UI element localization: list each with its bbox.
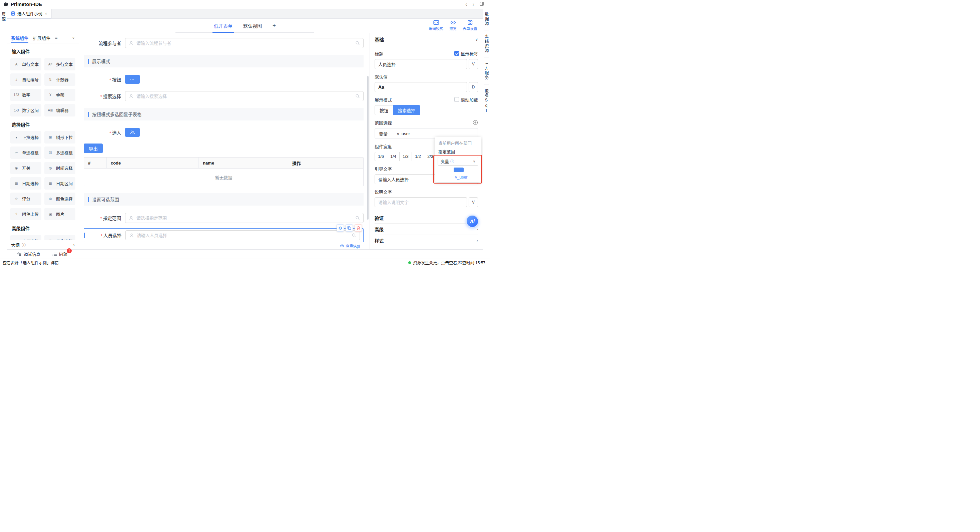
palette-collapse-icon[interactable]: ∨ — [72, 36, 75, 40]
search-icon[interactable] — [355, 94, 360, 99]
chevron-right-icon[interactable]: › — [477, 238, 478, 243]
checkbox-checked-icon[interactable] — [454, 51, 459, 56]
title-input[interactable] — [375, 59, 467, 69]
preview-button[interactable]: 预览 — [449, 20, 457, 31]
mode-search-select-option[interactable]: 搜索选择 — [393, 105, 420, 115]
field-settings-button[interactable]: ⚙ — [337, 224, 344, 232]
tab-extended-components[interactable]: 扩展组件 — [33, 33, 50, 43]
dropdown-option-current-dept[interactable]: 当前用户所在部门 — [435, 139, 481, 147]
default-value-input[interactable] — [375, 82, 467, 92]
participant-input[interactable] — [137, 41, 353, 46]
width-option[interactable]: 1/6 — [375, 152, 387, 161]
open-picker-button[interactable]: ⋯ — [125, 75, 140, 84]
palette-item[interactable]: ⊞树形下拉 — [45, 131, 75, 143]
dock-datasource[interactable]: 数据源 — [484, 11, 489, 27]
dropdown-option-assign-range[interactable]: 指定范围 — [435, 147, 481, 156]
palette-item[interactable]: ⇧附件上传 — [10, 208, 41, 220]
field-person-select-selected[interactable]: ⚙ *人员选择 查看Api — [84, 228, 364, 242]
dock-resources[interactable]: 资源 — [1, 12, 6, 22]
chevron-down-icon[interactable]: ∨ — [475, 37, 478, 42]
palette-item[interactable]: ☆评分 — [10, 193, 41, 205]
palette-item[interactable]: ¥金额 — [45, 89, 75, 101]
view-tab-lowcode-form[interactable]: 低开表单 — [214, 19, 232, 33]
add-range-icon[interactable] — [473, 120, 478, 125]
export-button[interactable]: 导出 — [84, 143, 103, 153]
field-delete-button[interactable] — [355, 224, 362, 232]
field-search-select[interactable]: *搜索选择 — [84, 91, 364, 101]
palette-item[interactable]: ▦日期区间 — [45, 177, 75, 190]
palette-item[interactable]: #自动编号 — [10, 73, 41, 86]
canvas-scrollbar[interactable] — [367, 76, 369, 220]
field-copy-button[interactable] — [345, 224, 353, 232]
search-select-input[interactable] — [137, 94, 353, 99]
outline-bar[interactable]: 大纲 ⓘ › — [7, 240, 79, 249]
width-option[interactable]: 1/3 — [399, 152, 412, 161]
palette-item[interactable]: 123数字 — [10, 89, 41, 101]
field-participant[interactable]: 流程参与者 — [84, 38, 364, 48]
dock-offline-resources[interactable]: 离线资源 — [484, 34, 489, 54]
document-tab-active[interactable]: 选人组件示例 × — [7, 9, 52, 18]
debug-info-button[interactable]: 调试信息 — [17, 251, 40, 257]
nav-back-icon[interactable]: ‹ — [465, 2, 467, 7]
pick-person-button[interactable] — [125, 128, 140, 137]
group-header-display-mode[interactable]: 展示模式 — [84, 55, 364, 67]
dock-third-party-services[interactable]: 三方服务 — [484, 61, 489, 81]
search-icon[interactable] — [355, 41, 360, 45]
checkbox-unchecked-icon[interactable] — [454, 97, 459, 102]
palette-item[interactable]: 品机构选择 — [45, 235, 75, 240]
note-value-type-button[interactable]: V — [469, 197, 478, 207]
ai-assistant-button[interactable]: Ai — [466, 215, 479, 228]
default-value-type-button[interactable]: D — [469, 82, 478, 92]
palette-item[interactable]: ☑多选框组 — [45, 147, 75, 159]
chevron-right-icon[interactable]: › — [477, 227, 478, 232]
palette-item[interactable]: ◉开关 — [10, 162, 41, 174]
palette-menu-icon[interactable]: ≡ — [55, 35, 58, 40]
statusbar-left-text[interactable]: 查看资源「选人组件示例」详情 — [3, 260, 59, 265]
width-option[interactable]: 1/2 — [412, 152, 424, 161]
tab-system-components[interactable]: 系统组件 — [11, 33, 29, 43]
panel-toggle-icon[interactable] — [480, 2, 484, 7]
palette-item[interactable]: ▣图片 — [45, 208, 75, 220]
palette-item[interactable]: A≣编辑器 — [45, 104, 75, 116]
section-advanced[interactable]: 高级 › — [375, 223, 478, 235]
palette-item[interactable]: A单行文本 — [10, 58, 41, 70]
scroll-load-checkbox[interactable]: 滚动加载 — [454, 96, 478, 103]
palette-item[interactable]: ◎颜色选择 — [45, 193, 75, 205]
statusbar-right[interactable]: 资源发生变更，点击查看,检查时间:15:57 — [408, 260, 485, 265]
palette-item[interactable]: ⇅计数器 — [45, 73, 75, 86]
palette-item[interactable]: ▦日期选择 — [10, 177, 41, 190]
title-value-type-button[interactable]: V — [469, 59, 478, 69]
variable-option-v-user[interactable]: v_user — [435, 174, 481, 180]
field-pick-person[interactable]: *选人 — [84, 128, 364, 137]
section-basic[interactable]: 基础 ∨ — [375, 33, 478, 46]
problems-button[interactable]: 问题 1 — [52, 251, 67, 257]
field-assign-range[interactable]: *指定范围 — [84, 213, 364, 223]
palette-item[interactable]: ▾下拉选择 — [10, 131, 41, 143]
mode-button-option[interactable]: 按钮 — [375, 105, 393, 115]
search-icon[interactable] — [352, 233, 356, 237]
section-style[interactable]: 样式 › — [375, 235, 478, 246]
field-button[interactable]: *按钮 ⋯ — [84, 75, 364, 84]
nav-forward-icon[interactable]: › — [473, 2, 474, 7]
variable-select[interactable]: 变量 ⓘ ∨ — [438, 157, 478, 166]
view-tab-default-view[interactable]: 默认视图 — [243, 19, 262, 33]
dock-anonymous-sql[interactable]: 匿名Sql — [484, 88, 489, 115]
form-settings-button[interactable]: 表单设置 — [463, 20, 477, 31]
palette-item[interactable]: ◷时间选择 — [45, 162, 75, 174]
tab-close-icon[interactable]: × — [45, 11, 48, 16]
person-select-input[interactable] — [137, 233, 349, 238]
assign-range-input[interactable] — [137, 216, 353, 221]
group-header-range[interactable]: 设置可选范围 — [84, 193, 364, 205]
search-icon[interactable] — [355, 216, 360, 220]
palette-item[interactable]: ≔单选框组 — [10, 147, 41, 159]
section-validate[interactable]: 验证 — [375, 212, 478, 223]
palette-item[interactable]: 1-3数字区间 — [10, 104, 41, 116]
palette-item[interactable]: A≡多行文本 — [45, 58, 75, 70]
add-view-button[interactable]: + — [272, 19, 276, 33]
code-mode-button[interactable]: 编码模式 — [429, 20, 443, 31]
width-option[interactable]: 1/4 — [387, 152, 399, 161]
show-label-checkbox[interactable]: 显示标签 — [454, 50, 478, 57]
note-text-input[interactable] — [375, 197, 467, 207]
view-api-link[interactable]: 查看Api — [340, 243, 360, 249]
chevron-right-icon[interactable]: › — [73, 242, 75, 247]
